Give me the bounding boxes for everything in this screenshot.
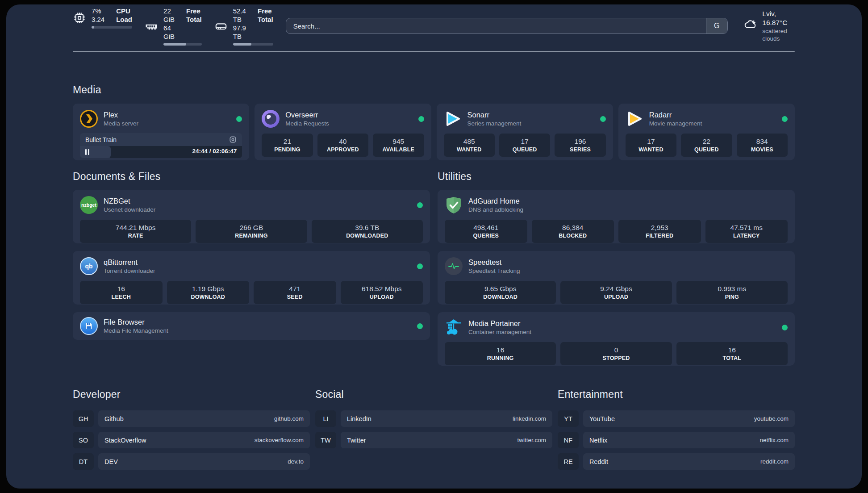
weather-location-temp: Lviv, 16.87°C <box>762 9 795 27</box>
bookmark-link[interactable]: Twitter twitter.com <box>341 432 552 448</box>
stat-download: 1.19 GbpsDOWNLOAD <box>167 281 250 304</box>
app-name: Sonarr <box>467 110 522 120</box>
cpu-load-label: Load <box>116 15 132 24</box>
bookmark-twitter: TW Twitter twitter.com <box>315 432 552 448</box>
status-dot <box>418 116 424 122</box>
stat-wanted: 485WANTED <box>444 134 495 157</box>
stat-rate: 744.21 MbpsRATE <box>80 220 191 243</box>
app-name: Speedtest <box>468 258 520 267</box>
bookmark-abbr: LI <box>315 410 336 427</box>
stat-pending: 21PENDING <box>262 134 313 157</box>
disk-total-value: 97.9 TB <box>233 24 246 41</box>
now-playing-title: Bullet Train <box>85 136 117 143</box>
app-card-plex[interactable]: Plex Media server Bullet Train <box>73 104 249 160</box>
cpu-icon <box>73 11 86 25</box>
bookmark-abbr: RE <box>558 453 579 470</box>
memory-total-value: 64 GiB <box>163 24 175 41</box>
disk-free-value: 52.4 TB <box>233 7 246 24</box>
bookmark-stackoverflow: SO StackOverflow stackoverflow.com <box>73 432 310 448</box>
stat-movies: 834MOVIES <box>737 134 788 157</box>
app-description: Torrent downloader <box>104 267 155 275</box>
stat-blocked: 86,384BLOCKED <box>532 220 614 243</box>
ram-icon <box>145 20 158 33</box>
stat-available: 945AVAILABLE <box>373 134 424 157</box>
cpu-progress-bar <box>92 26 132 29</box>
system-stats: 7% 3.24 CPU Load <box>73 7 273 46</box>
bookmark-link[interactable]: Reddit reddit.com <box>583 453 795 470</box>
stat-running: 16RUNNING <box>445 342 556 365</box>
bookmark-abbr: DT <box>73 453 94 470</box>
app-card-qbittorrent[interactable]: qb qBittorrent Torrent downloader 16LEEC… <box>73 251 430 305</box>
app-card-adguard[interactable]: AdGuard Home DNS and adblocking 498,461Q… <box>438 190 795 243</box>
app-name: Overseerr <box>285 110 329 120</box>
section-title-social: Social <box>315 389 552 401</box>
status-dot <box>782 325 788 330</box>
section-title-media: Media <box>73 84 101 96</box>
app-name: qBittorrent <box>104 258 155 267</box>
stat-latency: 47.571 msLATENCY <box>705 220 788 243</box>
memory-free-value: 22 GiB <box>163 7 175 24</box>
cpu-load-value: 3.24 <box>92 15 104 24</box>
app-card-portainer[interactable]: Media Portainer Container management 16R… <box>438 312 795 366</box>
pause-icon <box>85 149 90 155</box>
app-card-radarr[interactable]: Radarr Movie management 17WANTED 22QUEUE… <box>618 104 795 160</box>
stat-downloaded: 39.6 TBDOWNLOADED <box>312 220 423 243</box>
disk-total-label: Total <box>258 15 273 24</box>
cpu-usage-value: 7% <box>92 7 104 15</box>
sonarr-icon <box>444 110 462 128</box>
bookmark-linkedin: LI LinkedIn linkedin.com <box>315 410 552 427</box>
cpu-stat: 7% 3.24 CPU Load <box>73 7 132 29</box>
app-description: Container management <box>468 328 531 336</box>
status-dot <box>417 323 423 329</box>
section-title-utilities: Utilities <box>438 171 472 183</box>
app-card-nzbget[interactable]: nzbget NZBGet Usenet downloader 744.21 M… <box>73 190 430 243</box>
nzbget-icon: nzbget <box>80 196 98 214</box>
stat-download: 9.65 GbpsDOWNLOAD <box>445 281 556 304</box>
camera-icon <box>229 136 237 143</box>
stat-leech: 16LEECH <box>80 281 163 304</box>
bookmark-github: GH Github github.com <box>73 410 310 427</box>
weather-widget[interactable]: Lviv, 16.87°C scattered clouds <box>744 9 795 42</box>
app-card-overseerr[interactable]: Overseerr Media Requests 21PENDING 40APP… <box>255 104 431 160</box>
plex-now-playing: Bullet Train 24:44 / 02:06:47 <box>80 133 242 158</box>
app-card-sonarr[interactable]: Sonarr Series management 485WANTED 17QUE… <box>437 104 613 160</box>
bookmark-abbr: YT <box>558 410 579 427</box>
bookmark-link[interactable]: LinkedIn linkedin.com <box>341 410 552 427</box>
playback-time: 24:44 / 02:06:47 <box>192 148 237 155</box>
media-cards-row: Plex Media server Bullet Train <box>73 104 795 160</box>
bookmark-link[interactable]: YouTube youtube.com <box>583 410 795 427</box>
section-title-documents: Documents & Files <box>73 171 160 183</box>
bookmark-netflix: NF Netflix netflix.com <box>558 432 795 448</box>
app-description: Speedtest Tracking <box>468 267 520 275</box>
overseerr-icon <box>262 110 280 128</box>
app-name: AdGuard Home <box>468 196 523 206</box>
stat-stopped: 0STOPPED <box>560 342 672 365</box>
stat-remaining: 266 GBREMAINING <box>196 220 307 243</box>
weather-condition: scattered clouds <box>762 27 795 42</box>
cloud-icon <box>744 18 757 33</box>
bookmark-link[interactable]: DEV dev.to <box>98 453 310 470</box>
bookmark-group-social: Social LI LinkedIn linkedin.com TW Twitt… <box>315 389 552 475</box>
bookmark-dev: DT DEV dev.to <box>73 453 310 470</box>
utilities-column: AdGuard Home DNS and adblocking 498,461Q… <box>438 190 795 366</box>
app-description: Media File Management <box>104 327 168 334</box>
bookmark-link[interactable]: Netflix netflix.com <box>583 432 795 448</box>
bookmark-link[interactable]: Github github.com <box>98 410 310 427</box>
app-name: Media Portainer <box>468 319 531 328</box>
search-input[interactable] <box>286 18 706 33</box>
cpu-usage-label: CPU <box>116 7 132 15</box>
bookmark-group-entertainment: Entertainment YT YouTube youtube.com NF … <box>558 389 795 475</box>
playback-progress-bar[interactable]: 24:44 / 02:06:47 <box>80 146 242 158</box>
search-engine-button[interactable]: G <box>706 18 727 33</box>
app-card-speedtest[interactable]: Speedtest Speedtest Tracking 9.65 GbpsDO… <box>438 251 795 305</box>
section-title-entertainment: Entertainment <box>558 389 795 401</box>
disk-stat: 52.4 TB 97.9 TB Free Total <box>214 7 273 46</box>
bookmark-link[interactable]: StackOverflow stackoverflow.com <box>98 432 310 448</box>
app-card-filebrowser[interactable]: File Browser Media File Management <box>73 312 430 340</box>
disk-progress-bar <box>233 43 273 46</box>
plex-icon <box>80 110 98 128</box>
app-name: Plex <box>104 110 138 120</box>
stat-seed: 471SEED <box>254 281 336 304</box>
app-name: File Browser <box>104 318 168 327</box>
stat-queued: 17QUEUED <box>499 134 550 157</box>
